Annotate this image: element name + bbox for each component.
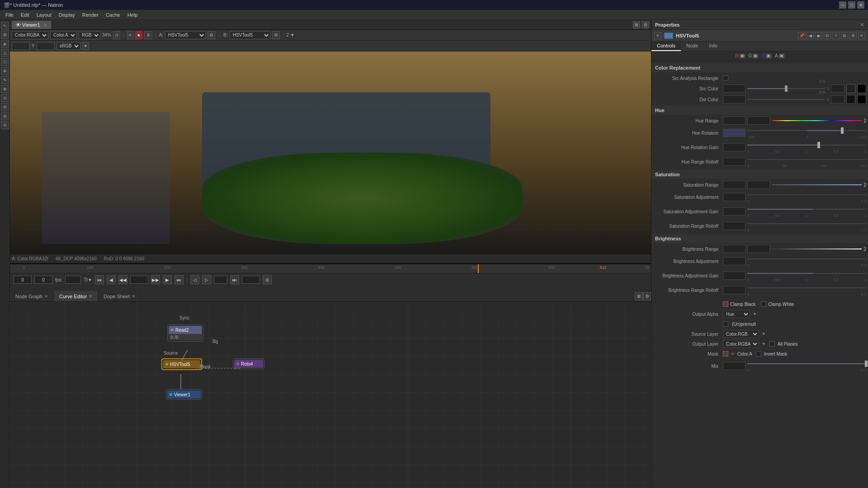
input-b-select[interactable]: HSVTool5 — [230, 31, 270, 39]
fps-input[interactable]: 24.0 — [65, 276, 81, 284]
props-nav-back[interactable]: ✕ — [654, 32, 661, 39]
channel-g-btn[interactable]: G ✕ — [749, 53, 759, 58]
brightness-adjustment-input[interactable]: 0.0 — [723, 257, 745, 265]
saturation-range-input1[interactable]: 0.0 — [723, 181, 745, 189]
toolbar-btn-4[interactable]: △ — [1, 49, 9, 57]
menu-file[interactable]: File — [2, 11, 17, 19]
props-tab-controls[interactable]: Controls — [651, 42, 681, 51]
brightness-range-slider[interactable] — [772, 245, 862, 253]
menu-cache[interactable]: Cache — [102, 11, 124, 19]
output-alpha-select[interactable]: Hue — [723, 310, 750, 318]
channel-select[interactable]: Color.A — [50, 31, 77, 39]
props-settings-btn[interactable]: ⚙ — [849, 32, 857, 39]
y-coord-input[interactable]: 1.0 — [37, 42, 55, 50]
viewer-pause-btn[interactable]: ⏸ — [144, 31, 152, 39]
src-color-slider[interactable]: 0.5 — [747, 84, 825, 93]
current-frame-input[interactable]: 512 — [130, 276, 148, 284]
clamp-black-checkbox[interactable] — [723, 301, 728, 307]
timeline-ruler[interactable]: 0 100 200 300 400 500 600 650 512 70 — [10, 264, 651, 273]
props-prev-btn[interactable]: ◀ — [807, 32, 814, 39]
src-color-swatch[interactable] — [846, 84, 855, 93]
playback-step-back-btn[interactable]: ◁ — [190, 275, 199, 284]
menu-display[interactable]: Display — [55, 11, 79, 19]
channel-b-btn[interactable]: B ✕ — [762, 53, 771, 58]
toolbar-btn-11[interactable]: ⊜ — [1, 112, 9, 120]
viewer-options-btn[interactable]: ≡ — [127, 31, 133, 39]
playback-play-btn[interactable]: ▶▶ — [151, 275, 160, 284]
x-coord-input[interactable]: 0.0 — [12, 42, 30, 50]
bottom-panel-settings[interactable]: ⚙ — [643, 292, 651, 300]
srgb-dropdown[interactable]: ▼ — [82, 42, 89, 50]
toolbar-btn-7[interactable]: ✎ — [1, 76, 9, 84]
hue-range-slider[interactable] — [772, 117, 862, 125]
mix-thumb[interactable] — [865, 361, 868, 367]
hue-range-input2[interactable]: 360.0 — [747, 117, 770, 125]
properties-close-btn[interactable]: ✕ — [860, 22, 864, 28]
clamp-white-checkbox[interactable] — [761, 301, 766, 307]
viewer-tab-close[interactable]: ✕ — [43, 23, 47, 28]
hue-rotation-gain-thumb[interactable] — [817, 142, 820, 148]
saturation-range-rolloff-input[interactable]: 0.0 — [723, 222, 745, 230]
brightness-range-rolloff-input[interactable]: 0.0 — [723, 286, 745, 294]
props-tab-info[interactable]: Info — [703, 42, 722, 51]
playback-first-btn[interactable]: ⏮ — [95, 275, 104, 284]
viewer-tab[interactable]: 👁 Viewer1 ✕ — [12, 21, 51, 29]
hue-rotation-thumb[interactable] — [841, 127, 844, 134]
props-float-btn[interactable]: ⊟ — [824, 32, 831, 39]
input-b-settings[interactable]: ⚙ — [272, 31, 280, 39]
close-button[interactable]: ✕ — [857, 1, 864, 9]
frame-start-input[interactable] — [14, 276, 32, 284]
toolbar-btn-8[interactable]: ⊗ — [1, 85, 9, 93]
dst-color-swatch[interactable] — [846, 95, 855, 104]
playback-play-rev-btn[interactable]: ◀◀ — [118, 275, 127, 284]
maximize-button[interactable]: □ — [848, 1, 855, 9]
menu-render[interactable]: Render — [79, 11, 102, 19]
channel-r-btn[interactable]: R ✕ — [735, 53, 745, 58]
toolbar-btn-6[interactable]: ⊕ — [1, 67, 9, 75]
toolbar-btn-1[interactable]: ↖ — [1, 22, 9, 30]
saturation-adjustment-gain-input[interactable]: 1.0 — [723, 207, 745, 216]
bottom-panel-maximize[interactable]: ⊠ — [635, 292, 643, 300]
menu-edit[interactable]: Edit — [17, 11, 33, 19]
playback-next-btn[interactable]: ▶ — [163, 275, 172, 284]
minimize-button[interactable]: ─ — [839, 1, 846, 9]
frame-start-field[interactable] — [34, 276, 52, 284]
src-color-val3[interactable]: 3 — [831, 84, 844, 93]
dst-color-val3[interactable]: 3 — [831, 95, 844, 103]
props-close-node-btn[interactable]: ✕ — [858, 32, 865, 39]
tab-curve-editor-close[interactable]: ✕ — [89, 294, 92, 299]
zoom-reset-btn[interactable]: ⊙ — [113, 31, 120, 39]
menu-help[interactable]: Help — [124, 11, 142, 19]
tab-node-graph-close[interactable]: ✕ — [44, 294, 48, 299]
all-planes-checkbox[interactable] — [769, 341, 775, 347]
props-pin-btn[interactable]: 📌 — [798, 32, 805, 39]
hue-rotation-input[interactable]: 60.0 — [723, 129, 745, 137]
output-layer-select[interactable]: Color.RGBA — [723, 340, 759, 348]
tab-curve-editor[interactable]: Curve Editor ✕ — [54, 291, 98, 301]
saturation-range-input2[interactable]: 1.0 — [747, 181, 770, 189]
mask-checkbox[interactable] — [723, 351, 728, 357]
toolbar-btn-3[interactable]: ◈ — [1, 40, 9, 48]
playback-last-btn[interactable]: ⏭ — [175, 275, 184, 284]
hue-range-rolloff-input[interactable]: 0.0 — [723, 158, 745, 166]
brightness-range-input2[interactable]: 1.0 — [747, 245, 770, 253]
props-max-btn[interactable]: ⊞ — [841, 32, 848, 39]
menu-layout[interactable]: Layout — [33, 11, 55, 19]
brightness-adjustment-gain-input[interactable]: 1.0 — [723, 272, 745, 280]
node-graph-area[interactable]: Sync Read2 (c,$) Bg Source — [10, 302, 651, 488]
toolbar-btn-10[interactable]: ⊛ — [1, 103, 9, 111]
toolbar-btn-12[interactable]: ⊝ — [1, 121, 9, 129]
frame-end-input[interactable]: 696 — [242, 276, 260, 284]
saturation-adjustment-input[interactable]: 0.0 — [723, 193, 745, 201]
toolbar-btn-5[interactable]: ⬡ — [1, 58, 9, 66]
tab-dope-sheet[interactable]: Dope Sheet ✕ — [98, 291, 141, 301]
play-step-input[interactable]: 10 — [214, 276, 227, 284]
viewer-record-btn[interactable]: ● — [135, 31, 142, 39]
mix-input[interactable]: 1.0 — [723, 362, 745, 370]
source-layer-select[interactable]: Color.RGB — [723, 330, 759, 338]
toolbar-btn-2[interactable]: ⊞ — [1, 31, 9, 39]
viewer-tab-settings[interactable]: ⚙ — [642, 21, 649, 28]
dst-color-input[interactable]: 0.0 — [723, 95, 745, 103]
node-viewer1[interactable]: Viewer1 — [166, 389, 202, 400]
src-analysis-checkbox[interactable] — [723, 75, 728, 81]
